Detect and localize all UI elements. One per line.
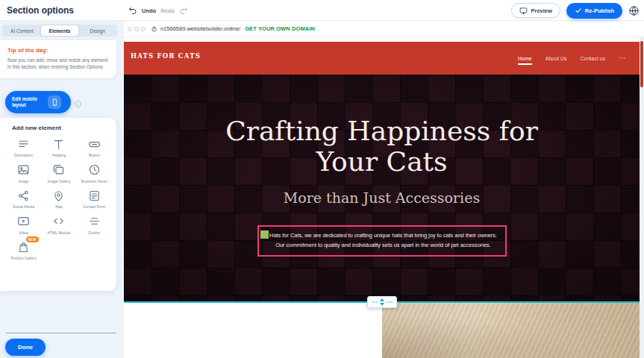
- redo-icon[interactable]: [179, 6, 188, 15]
- history-controls: Undo Redo: [128, 0, 188, 21]
- scrollbar-thumb[interactable]: [640, 41, 643, 87]
- nav-item-home[interactable]: Home: [518, 53, 532, 64]
- heading-icon: [51, 136, 66, 151]
- redo-button[interactable]: Redo: [160, 7, 175, 14]
- browser-dot-icon: [128, 27, 132, 31]
- app-window: Section options Undo Redo Preview Re-Pub…: [0, 0, 644, 358]
- check-icon: [575, 7, 582, 14]
- element-item-video[interactable]: Video: [6, 214, 41, 236]
- element-item-label: Video: [19, 230, 28, 236]
- browser-traffic-dots: [128, 27, 146, 31]
- site-viewport: Hats for Cats Home About Us Contact us ⋯…: [124, 37, 640, 358]
- element-item-business-hours[interactable]: Business Hours: [77, 163, 112, 184]
- browser-dot-icon: [141, 27, 146, 31]
- element-item-label: Divider: [89, 230, 101, 236]
- site-nav: Home About Us Contact us ⋯: [518, 42, 626, 75]
- hero-paragraph-selected[interactable]: Hats for Cats, we are dedicated to craft…: [257, 225, 507, 257]
- get-own-domain-link[interactable]: GET YOUR OWN DOMAIN: [245, 25, 315, 32]
- section-options-sidebar: AI Content Elements Design Tip of the da…: [0, 21, 124, 358]
- grip-dots-icon: [372, 301, 378, 303]
- social-media-icon: [16, 188, 31, 203]
- edit-mobile-layout-label: Edit mobile layout: [12, 96, 43, 108]
- image-gallery-icon: [51, 163, 66, 178]
- hero-section[interactable]: Crafting Happiness for Your Cats More th…: [124, 75, 640, 303]
- video-icon: [16, 214, 31, 229]
- preview-scrollbar: [640, 37, 644, 358]
- sidebar-tabs: AI Content Elements Design: [2, 25, 117, 37]
- element-item-label: Description: [14, 153, 33, 158]
- undo-button[interactable]: Undo: [142, 7, 156, 14]
- element-item-image[interactable]: Image: [6, 163, 41, 184]
- map-icon: [51, 188, 66, 203]
- tip-body: Now you can add, move and resize any ele…: [7, 57, 109, 71]
- button-icon: [87, 136, 101, 151]
- element-item-label: Image: [19, 179, 29, 184]
- business-hours-icon: [87, 163, 101, 178]
- info-icon[interactable]: [74, 98, 82, 106]
- element-item-social-media[interactable]: Social Media: [6, 188, 41, 210]
- lock-icon: [151, 25, 157, 32]
- element-item-description[interactable]: Description: [6, 136, 41, 158]
- hero-heading[interactable]: Crafting Happiness for Your Cats: [203, 116, 561, 178]
- element-grid: Description Heading Button: [6, 136, 112, 261]
- republish-button[interactable]: Re-Publish: [566, 3, 622, 19]
- image-icon: [16, 163, 31, 178]
- element-item-label: Heading: [52, 153, 66, 158]
- element-item-image-gallery[interactable]: Image Gallery: [41, 163, 76, 184]
- done-button[interactable]: Done: [5, 339, 46, 356]
- element-drag-handle[interactable]: [260, 230, 269, 239]
- add-new-element-title: Add new element: [12, 125, 112, 131]
- element-item-contact-form[interactable]: Contact Form: [77, 188, 112, 210]
- site-url: n1566589.websitebuilder.online/: [160, 25, 240, 32]
- section-resize-handle[interactable]: [367, 296, 397, 308]
- element-item-button[interactable]: Button: [77, 136, 112, 158]
- element-item-label: Social Media: [13, 204, 34, 210]
- language-globe-icon[interactable]: [628, 5, 640, 16]
- grip-dots-icon: [387, 301, 393, 303]
- nav-item-about-us[interactable]: About Us: [545, 53, 567, 64]
- tab-elements[interactable]: Elements: [41, 25, 79, 36]
- product-gallery-icon: NEW: [16, 239, 31, 254]
- site-header[interactable]: Hats for Cats Home About Us Contact us ⋯: [124, 42, 640, 75]
- element-item-label: Button: [89, 153, 99, 158]
- republish-button-label: Re-Publish: [585, 7, 614, 14]
- element-item-heading[interactable]: Heading: [41, 136, 76, 158]
- browser-dot-icon: [134, 27, 139, 31]
- phone-icon: [48, 95, 61, 109]
- topbar-actions: Preview Re-Publish: [511, 0, 640, 21]
- element-item-divider[interactable]: Divider: [77, 214, 112, 236]
- site-logo[interactable]: Hats for Cats: [131, 52, 201, 60]
- element-item-label: Business Hours: [81, 179, 107, 184]
- new-badge: NEW: [26, 236, 39, 242]
- element-item-label: Map: [55, 204, 63, 210]
- nav-item-contact-us[interactable]: Contact us: [581, 53, 605, 64]
- element-item-html-module[interactable]: HTML Module: [41, 214, 76, 236]
- element-item-product-gallery[interactable]: NEW Product Gallery: [6, 239, 41, 261]
- contact-form-icon: [87, 188, 101, 203]
- hero-subheading[interactable]: More than Just Accessories: [124, 189, 640, 206]
- tab-ai-content[interactable]: AI Content: [3, 25, 41, 36]
- element-item-label: Image Gallery: [47, 179, 70, 184]
- element-item-label: HTML Module: [47, 230, 70, 236]
- undo-icon[interactable]: [128, 6, 137, 15]
- preview-button[interactable]: Preview: [511, 3, 560, 18]
- element-item-map[interactable]: Map: [41, 188, 76, 210]
- topbar: Section options Undo Redo Preview Re-Pub…: [0, 0, 644, 21]
- add-new-element-panel: Add new element Description Heading: [0, 118, 116, 291]
- next-section-image[interactable]: [382, 303, 640, 358]
- description-icon: [16, 136, 31, 151]
- divider-icon: [87, 214, 101, 229]
- edit-mobile-layout-button[interactable]: Edit mobile layout: [5, 91, 71, 113]
- element-item-label: Contact Form: [83, 204, 105, 210]
- tip-title: Tip of the day:: [7, 47, 109, 54]
- page-title: Section options: [7, 5, 74, 16]
- preview-button-label: Preview: [531, 7, 551, 14]
- monitor-icon: [519, 7, 528, 15]
- browser-address-bar: n1566589.websitebuilder.online/ GET YOUR…: [124, 21, 644, 37]
- sidebar-divider: [6, 333, 116, 333]
- tab-design[interactable]: Design: [78, 25, 116, 36]
- hero-paragraph-text: Hats for Cats, we are dedicated to craft…: [269, 231, 498, 251]
- element-item-label: Product Gallery: [10, 256, 36, 261]
- preview-area: n1566589.websitebuilder.online/ GET YOUR…: [124, 21, 644, 358]
- tip-of-the-day-card: Tip of the day: Now you can add, move an…: [0, 40, 116, 78]
